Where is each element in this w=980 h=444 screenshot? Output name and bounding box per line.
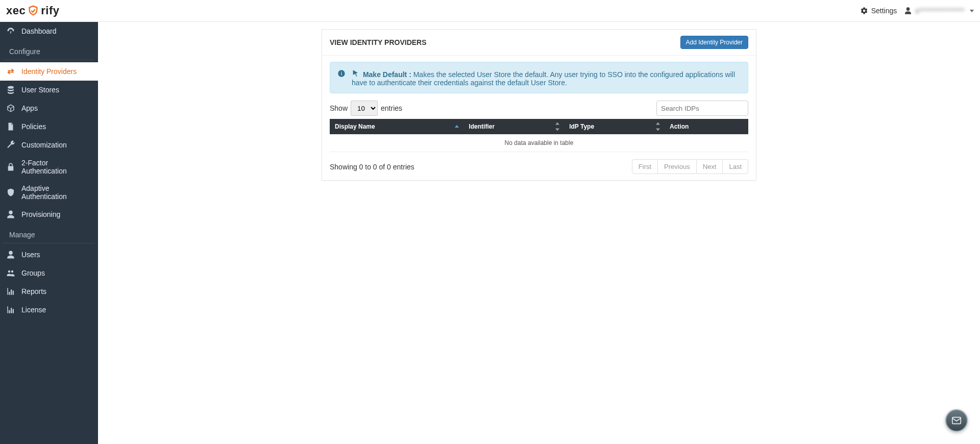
caret-down-icon <box>970 10 974 12</box>
sidebar-item-user-stores[interactable]: User Stores <box>0 81 98 99</box>
contact-fab[interactable] <box>945 409 968 432</box>
settings-label: Settings <box>871 7 897 15</box>
datatable-toolbar: Show 10 entries <box>330 101 748 116</box>
sidebar: Dashboard Configure Identity Providers U… <box>0 22 98 444</box>
lock-icon <box>6 162 15 171</box>
length-prefix: Show <box>330 104 348 112</box>
table-info: Showing 0 to 0 of 0 entries <box>330 163 414 171</box>
user-icon <box>904 7 912 15</box>
col-display-name[interactable]: Display Name <box>330 119 463 134</box>
page-next[interactable]: Next <box>696 159 723 174</box>
sidebar-item-label: Identity Providers <box>21 67 77 76</box>
brand-right: rify <box>41 4 59 17</box>
col-action: Action <box>665 119 748 134</box>
length-control: Show 10 entries <box>330 101 402 116</box>
shield-check-icon <box>27 5 40 16</box>
sidebar-item-provisioning[interactable]: Provisioning <box>0 205 98 224</box>
sidebar-item-label: Apps <box>21 104 38 112</box>
sidebar-item-label: License <box>21 306 46 314</box>
sort-asc-icon <box>454 124 459 129</box>
chart-icon <box>6 305 15 314</box>
info-icon <box>337 69 346 78</box>
user-icon <box>6 210 15 219</box>
panel-body: Make Default : Makes the selected User S… <box>322 56 756 180</box>
file-icon <box>6 122 15 131</box>
chart-icon <box>6 287 15 296</box>
col-identifier[interactable]: Identifier <box>463 119 564 134</box>
sidebar-item-label: Groups <box>21 269 45 277</box>
sidebar-section-manage: Manage <box>3 227 95 243</box>
sidebar-section-configure: Configure <box>3 43 95 60</box>
table-row-empty: No data available in table <box>330 134 748 152</box>
sidebar-item-label: Provisioning <box>21 210 60 218</box>
topbar: xec rify Settings s*************** <box>0 0 980 22</box>
panel-title: VIEW IDENTITY PROVIDERS <box>330 38 427 46</box>
sidebar-item-label: Dashboard <box>21 27 57 35</box>
brand-left: xec <box>6 4 26 17</box>
sidebar-item-customization[interactable]: Customization <box>0 136 98 154</box>
alert-info: Make Default : Makes the selected User S… <box>330 62 748 93</box>
brand-logo[interactable]: xec rify <box>6 4 59 17</box>
user-email: s*************** <box>915 7 965 15</box>
page-first[interactable]: First <box>632 159 658 174</box>
gear-icon <box>860 7 868 15</box>
sidebar-item-users[interactable]: Users <box>0 245 98 264</box>
sidebar-item-adaptive-auth[interactable]: Adaptive Authentication <box>0 180 98 205</box>
sidebar-item-apps[interactable]: Apps <box>0 99 98 117</box>
sort-both-icon <box>655 121 660 132</box>
sidebar-item-label: Adaptive Authentication <box>21 184 92 201</box>
dashboard-icon <box>6 27 15 36</box>
sidebar-item-policies[interactable]: Policies <box>0 117 98 136</box>
datatable-footer: Showing 0 to 0 of 0 entries First Previo… <box>330 159 748 174</box>
empty-text: No data available in table <box>330 134 748 152</box>
sidebar-item-label: Policies <box>21 122 46 131</box>
sidebar-item-label: Users <box>21 251 40 259</box>
length-suffix: entries <box>381 104 402 112</box>
sidebar-item-2fa[interactable]: 2-Factor Authentication <box>0 154 98 180</box>
panel-identity-providers: VIEW IDENTITY PROVIDERS Add Identity Pro… <box>322 29 756 181</box>
content-area: VIEW IDENTITY PROVIDERS Add Identity Pro… <box>98 22 980 444</box>
alert-strong: Make Default : <box>363 70 411 79</box>
cursor-icon <box>352 69 360 78</box>
sidebar-item-groups[interactable]: Groups <box>0 264 98 282</box>
settings-link[interactable]: Settings <box>860 7 897 15</box>
mail-icon <box>951 415 962 426</box>
page-previous[interactable]: Previous <box>657 159 697 174</box>
sidebar-item-label: User Stores <box>21 86 59 94</box>
topbar-actions: Settings s*************** <box>860 7 974 15</box>
length-select[interactable]: 10 <box>351 101 378 116</box>
sidebar-item-dashboard[interactable]: Dashboard <box>0 22 98 40</box>
sort-both-icon <box>555 121 560 132</box>
sidebar-item-label: Customization <box>21 141 67 149</box>
database-icon <box>6 85 15 94</box>
cube-icon <box>6 104 15 113</box>
search-input[interactable] <box>656 101 748 116</box>
panel-header: VIEW IDENTITY PROVIDERS Add Identity Pro… <box>322 30 756 56</box>
sidebar-item-license[interactable]: License <box>0 301 98 319</box>
user-icon <box>6 250 15 259</box>
wrench-icon <box>6 140 15 150</box>
pagination: First Previous Next Last <box>632 159 748 174</box>
exchange-icon <box>6 67 15 76</box>
col-idp-type[interactable]: IdP Type <box>564 119 665 134</box>
shield-icon <box>6 188 15 197</box>
identity-providers-table: Display Name Identifier <box>330 119 748 152</box>
sidebar-item-identity-providers[interactable]: Identity Providers <box>0 62 98 81</box>
add-identity-provider-button[interactable]: Add Identity Provider <box>680 36 748 49</box>
search-wrap <box>656 101 748 116</box>
sidebar-item-label: 2-Factor Authentication <box>21 159 92 175</box>
sidebar-item-label: Reports <box>21 287 46 295</box>
page-last[interactable]: Last <box>722 159 748 174</box>
sidebar-item-reports[interactable]: Reports <box>0 282 98 301</box>
user-menu[interactable]: s*************** <box>904 7 974 15</box>
users-icon <box>6 268 15 278</box>
